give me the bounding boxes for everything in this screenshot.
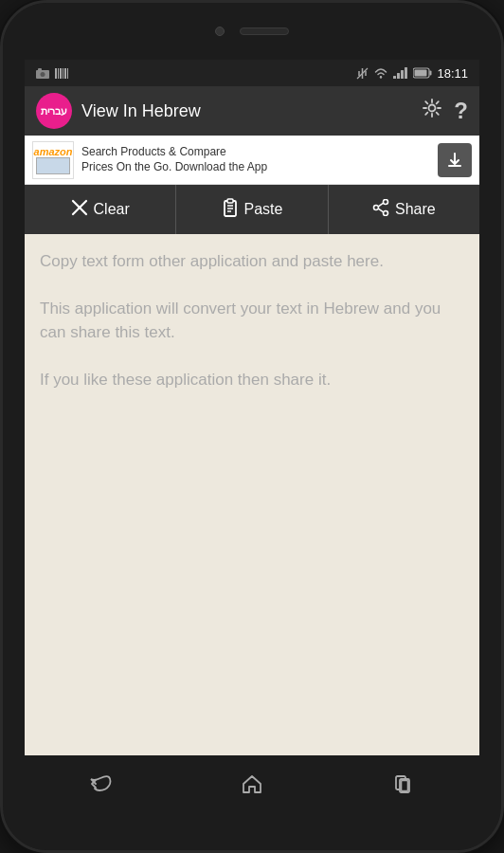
ad-logo: amazon bbox=[32, 141, 74, 179]
status-right-icons: 18:11 bbox=[356, 66, 468, 81]
svg-point-29 bbox=[373, 205, 378, 209]
placeholder-line-3: If you like these application then share… bbox=[40, 368, 464, 392]
svg-rect-13 bbox=[401, 70, 404, 79]
svg-rect-17 bbox=[415, 70, 427, 77]
svg-rect-14 bbox=[405, 67, 407, 79]
content-area[interactable]: Copy text form other application and pas… bbox=[25, 234, 479, 755]
back-button[interactable] bbox=[81, 765, 119, 803]
barcode-icon bbox=[55, 68, 68, 79]
share-label: Share bbox=[395, 201, 436, 218]
svg-rect-6 bbox=[63, 68, 63, 79]
paste-label: Paste bbox=[244, 201, 283, 218]
speaker bbox=[240, 27, 289, 35]
app-bar: עברית View In Hebrew ? bbox=[25, 86, 479, 136]
app-logo-text: עברית bbox=[41, 105, 67, 118]
ad-text: Search Products & Compare Prices On the … bbox=[81, 145, 430, 174]
phone-screen: 18:11 עברית View In Hebrew ? amaz bbox=[25, 60, 479, 812]
svg-rect-19 bbox=[448, 165, 461, 167]
close-icon bbox=[71, 199, 88, 221]
svg-point-18 bbox=[429, 105, 436, 112]
home-button[interactable] bbox=[233, 765, 271, 803]
status-bar: 18:11 bbox=[25, 60, 479, 86]
volume-down-button[interactable] bbox=[0, 192, 3, 230]
app-title: View In Hebrew bbox=[81, 101, 408, 121]
placeholder-line-2: This application will convert your text … bbox=[40, 297, 464, 345]
mute-icon bbox=[356, 67, 369, 80]
svg-rect-8 bbox=[67, 68, 68, 79]
svg-rect-3 bbox=[55, 68, 57, 79]
svg-rect-12 bbox=[397, 73, 400, 79]
home-icon bbox=[241, 773, 263, 794]
ad-text-line2: Prices On the Go. Download the App bbox=[81, 160, 430, 175]
app-logo: עברית bbox=[36, 93, 72, 129]
signal-icon bbox=[393, 67, 408, 79]
ad-download-button[interactable] bbox=[438, 143, 472, 177]
clear-label: Clear bbox=[94, 201, 130, 218]
phone-frame: 18:11 עברית View In Hebrew ? amaz bbox=[0, 0, 504, 853]
status-left-icons bbox=[36, 68, 68, 79]
bottom-nav bbox=[25, 755, 479, 812]
recents-button[interactable] bbox=[385, 765, 423, 803]
back-icon bbox=[88, 773, 113, 794]
gear-icon[interactable] bbox=[422, 98, 442, 124]
wifi-icon bbox=[373, 67, 388, 79]
svg-point-2 bbox=[41, 72, 45, 77]
volume-up-button[interactable] bbox=[0, 145, 3, 183]
help-icon[interactable]: ? bbox=[454, 98, 468, 124]
camera bbox=[215, 27, 225, 36]
ad-text-line1: Search Products & Compare bbox=[81, 145, 430, 160]
time-display: 18:11 bbox=[437, 66, 468, 81]
svg-point-27 bbox=[383, 199, 387, 204]
phone-bottom-bar bbox=[3, 812, 501, 850]
svg-rect-23 bbox=[227, 199, 233, 203]
svg-rect-34 bbox=[402, 781, 408, 791]
placeholder-line-1: Copy text form other application and pas… bbox=[40, 249, 464, 274]
ad-logo-text: amazon bbox=[34, 146, 73, 157]
ad-banner: amazon Search Products & Compare Prices … bbox=[25, 136, 479, 185]
svg-rect-7 bbox=[64, 68, 66, 79]
svg-point-10 bbox=[380, 76, 382, 78]
svg-line-31 bbox=[378, 209, 383, 212]
svg-rect-4 bbox=[58, 68, 59, 79]
phone-top-bar bbox=[3, 3, 501, 60]
svg-rect-16 bbox=[430, 71, 432, 76]
clear-button[interactable]: Clear bbox=[25, 185, 176, 234]
download-icon bbox=[446, 152, 463, 169]
recents-icon bbox=[392, 773, 415, 794]
share-icon bbox=[372, 199, 389, 221]
share-button[interactable]: Share bbox=[329, 185, 479, 234]
svg-rect-5 bbox=[60, 68, 62, 79]
svg-point-28 bbox=[383, 210, 387, 215]
toolbar: Clear Paste bbox=[25, 185, 479, 234]
svg-rect-1 bbox=[38, 68, 42, 71]
svg-rect-11 bbox=[393, 76, 396, 79]
paste-button[interactable]: Paste bbox=[176, 185, 328, 234]
photo-icon bbox=[36, 68, 49, 79]
battery-icon bbox=[413, 67, 432, 79]
svg-line-30 bbox=[378, 203, 383, 207]
content-placeholder: Copy text form other application and pas… bbox=[40, 249, 464, 391]
clipboard-icon bbox=[222, 198, 239, 222]
